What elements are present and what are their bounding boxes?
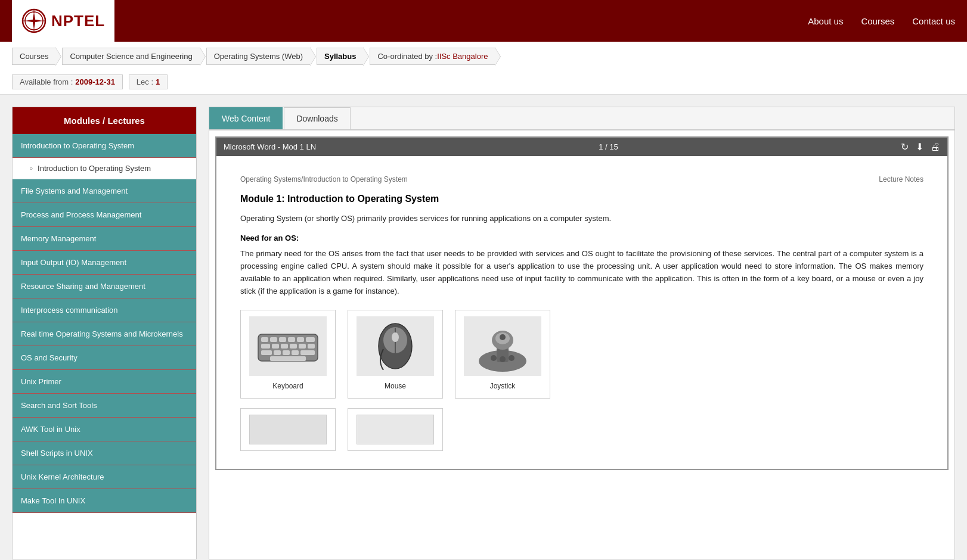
svg-point-38 [500,334,506,340]
sidebar-item-shell-scripts[interactable]: Shell Scripts in UNIX [13,441,196,465]
available-from: Available from : 2009-12-31 [12,74,123,89]
sidebar-item-resource[interactable]: Resource Sharing and Management [13,275,196,298]
nav-courses[interactable]: Courses [861,16,894,26]
breadcrumb: Courses Computer Science and Engineering… [12,48,955,65]
svg-rect-17 [306,337,315,342]
sidebar-item-intro-os[interactable]: Introduction to Operating System [13,134,196,158]
breadcrumb-os[interactable]: Operating Systems (Web) [206,48,311,65]
svg-point-33 [392,332,399,342]
doc-para1: Operating System (or shortly OS) primari… [240,213,923,225]
sidebar: Modules / Lectures Introduction to Opera… [12,107,197,559]
doc-image-joystick: Joystick [455,310,550,399]
sidebar-item-interprocess[interactable]: Interprocess communication [13,298,196,322]
refresh-icon[interactable]: ↻ [901,141,909,153]
doc-need-title: Need for an OS: [240,232,923,245]
svg-rect-22 [299,344,306,349]
sidebar-header: Modules / Lectures [13,107,196,134]
svg-rect-20 [281,344,288,349]
svg-rect-24 [261,350,272,355]
svg-point-39 [491,355,497,361]
svg-point-41 [509,355,515,361]
doc-viewer-icons: ↻ ⬇ 🖨 [901,141,940,153]
svg-rect-28 [300,350,315,355]
nav-contact[interactable]: Contact us [912,16,955,26]
lec-number: Lec : 1 [129,74,168,89]
breadcrumb-area: Courses Computer Science and Engineering… [0,42,967,95]
doc-image-partial1 [240,408,336,451]
doc-image-keyboard: Keyboard [240,310,336,399]
doc-meta-right: Lecture Notes [879,174,923,185]
svg-rect-27 [292,350,299,355]
download-icon[interactable]: ⬇ [916,141,923,153]
sub-breadcrumb: Available from : 2009-12-31 Lec : 1 [12,70,955,94]
sidebar-item-make-tool[interactable]: Make Tool In UNIX [13,489,196,513]
sidebar-item-file-systems[interactable]: File Systems and Management [13,179,196,203]
svg-rect-29 [270,356,306,361]
sidebar-item-awk[interactable]: AWK Tool in Unix [13,418,196,441]
keyboard-label: Keyboard [272,381,303,392]
main-content: Modules / Lectures Introduction to Opera… [0,95,967,560]
lec-value: 1 [156,77,160,86]
breadcrumb-cse[interactable]: Computer Science and Engineering [62,48,200,65]
sidebar-item-io[interactable]: Input Output (IO) Management [13,251,196,275]
doc-meta-left: Operating Systems/Introduction to Operat… [240,174,408,185]
svg-rect-13 [270,337,277,342]
right-panel: Web Content Downloads Microsoft Word - M… [209,107,955,559]
sidebar-item-search-sort[interactable]: Search and Sort Tools [13,394,196,418]
breadcrumb-syllabus[interactable]: Syllabus [317,48,364,65]
svg-point-6 [32,19,36,23]
svg-rect-12 [261,337,268,342]
doc-images-bottom [240,408,923,451]
logo-text: NPTEL [51,12,105,30]
sidebar-item-unix-primer[interactable]: Unix Primer [13,370,196,394]
sidebar-subitem-intro-os[interactable]: ○ Introduction to Operating System [13,158,196,179]
doc-image-mouse: Mouse [348,310,443,399]
header: NPTEL About us Courses Contact us [0,0,967,42]
svg-rect-25 [274,350,281,355]
logo-area: NPTEL [12,0,114,42]
tabs: Web Content Downloads [209,107,954,130]
sidebar-item-os-security[interactable]: OS and Security [13,346,196,370]
svg-rect-21 [290,344,297,349]
nav-links: About us Courses Contact us [808,16,955,26]
svg-rect-23 [308,344,315,349]
print-icon[interactable]: 🖨 [931,142,940,153]
svg-rect-16 [297,337,304,342]
doc-module-title: Module 1: Introduction to Operating Syst… [240,191,923,207]
svg-point-40 [500,356,506,362]
doc-image-partial2 [348,408,443,451]
svg-rect-15 [288,337,295,342]
svg-rect-19 [272,344,279,349]
tab-downloads[interactable]: Downloads [284,107,350,129]
doc-title-bar: Microsoft Word - Mod 1 LN [224,142,316,151]
nptel-compass-icon [21,8,47,33]
joystick-label: Joystick [490,381,516,392]
svg-rect-14 [279,337,286,342]
mouse-icon [365,319,425,373]
doc-meta: Operating Systems/Introduction to Operat… [240,174,923,185]
svg-rect-26 [283,350,290,355]
sidebar-item-process[interactable]: Process and Process Management [13,203,196,227]
nav-about[interactable]: About us [808,16,843,26]
mouse-label: Mouse [385,381,406,392]
joystick-icon [470,319,535,373]
breadcrumb-courses[interactable]: Courses [12,48,56,65]
document-viewer-wrapper: Microsoft Word - Mod 1 LN 1 / 15 ↻ ⬇ 🖨 O… [215,136,949,470]
available-date: 2009-12-31 [75,77,115,86]
document-toolbar: Microsoft Word - Mod 1 LN 1 / 15 ↻ ⬇ 🖨 [216,138,947,156]
doc-page-count: 1 / 15 [599,142,618,151]
breadcrumb-coordinated[interactable]: Co-ordinated by : IISc Bangalore [370,48,495,65]
tab-web-content[interactable]: Web Content [209,107,283,129]
sidebar-item-memory[interactable]: Memory Management [13,227,196,251]
iisc-link[interactable]: IISc Bangalore [437,52,488,61]
sidebar-item-realtime[interactable]: Real time Operating Systems and Microker… [13,322,196,346]
doc-need-para: The primary need for the OS arises from … [240,248,923,297]
doc-images: Keyboard Mouse [240,310,923,399]
document-content: Operating Systems/Introduction to Operat… [216,156,947,469]
sidebar-item-unix-kernel[interactable]: Unix Kernel Architecture [13,465,196,489]
svg-rect-18 [261,344,270,349]
keyboard-icon [255,325,321,367]
